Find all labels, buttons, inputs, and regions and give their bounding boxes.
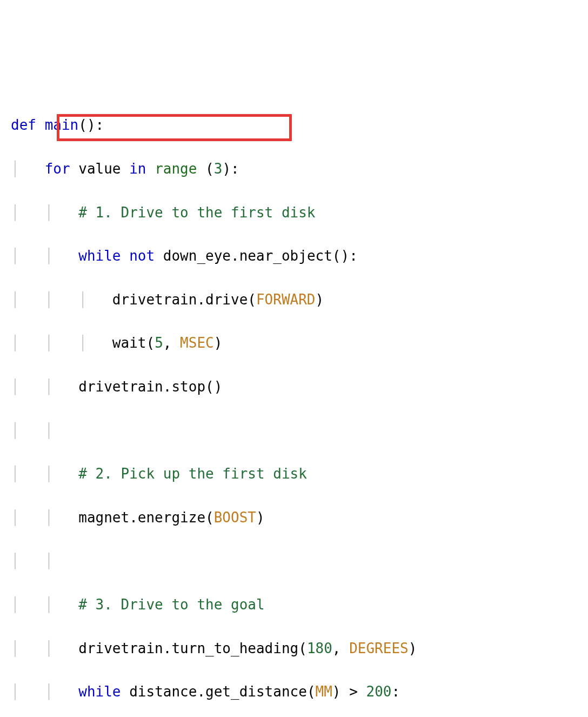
code-line: │ │ # 2. Pick up the first disk (11, 463, 577, 484)
comment: # 1. Drive to the first disk (78, 204, 315, 221)
code-line: │ │ │ wait(5, MSEC) (11, 332, 577, 354)
expr: ) > (332, 683, 366, 700)
comment: # 3. Drive to the goal (78, 596, 264, 613)
expr: magnet.energize( (78, 509, 213, 526)
keyword-def: def (11, 117, 36, 133)
punct: ) (256, 509, 265, 526)
func-name: main (45, 117, 79, 133)
code-line: │ │ drivetrain.turn_to_heading(180, DEGR… (11, 638, 577, 659)
keyword-for: for (45, 161, 70, 177)
punct: ) (214, 335, 223, 351)
code-line: │ │ (11, 550, 577, 572)
expr: drivetrain.drive( (112, 291, 256, 308)
expr: drivetrain.stop() (78, 379, 222, 395)
code-line: │ for value in range (3): (11, 158, 577, 180)
punct: ( (197, 161, 213, 177)
punct: (): (78, 117, 104, 133)
keyword-in: in (129, 161, 146, 177)
var: value (78, 161, 121, 177)
constant: MSEC (180, 335, 214, 351)
keyword-not: not (129, 248, 155, 264)
builtin-range: range (155, 161, 197, 177)
code-line: │ │ magnet.energize(BOOST) (11, 507, 577, 528)
comment: # 2. Pick up the first disk (78, 466, 307, 482)
code-line: │ │ # 3. Drive to the goal (11, 594, 577, 615)
punct: ): (222, 161, 239, 177)
punct: , (332, 640, 349, 656)
expr: drivetrain.turn_to_heading( (78, 640, 307, 656)
number: 180 (307, 640, 332, 656)
code-line: def main(): (11, 114, 577, 136)
expr: down_eye.near_object(): (155, 248, 358, 264)
number: 5 (155, 335, 163, 351)
punct: , (163, 335, 180, 351)
expr: wait( (112, 335, 155, 351)
code-line: │ │ while not down_eye.near_object(): (11, 245, 577, 267)
code-line: │ │ drivetrain.stop() (11, 376, 577, 397)
punct: : (391, 683, 400, 700)
code-block: def main(): │ for value in range (3): │ … (11, 92, 577, 717)
number: 3 (214, 161, 223, 177)
constant: FORWARD (256, 291, 316, 308)
number: 200 (366, 683, 391, 700)
punct: ) (316, 291, 324, 308)
code-line: │ │ while distance.get_distance(MM) > 20… (11, 681, 577, 702)
keyword-while: while (78, 248, 121, 264)
punct: ) (409, 640, 417, 656)
code-line: │ │ # 1. Drive to the first disk (11, 202, 577, 223)
constant: MM (316, 683, 332, 700)
code-line: │ │ (11, 420, 577, 441)
constant: BOOST (214, 509, 256, 526)
constant: DEGREES (349, 640, 409, 656)
code-line: │ │ │ drivetrain.drive(FORWARD) (11, 289, 577, 310)
keyword-while: while (78, 683, 121, 700)
expr: distance.get_distance( (121, 683, 316, 700)
